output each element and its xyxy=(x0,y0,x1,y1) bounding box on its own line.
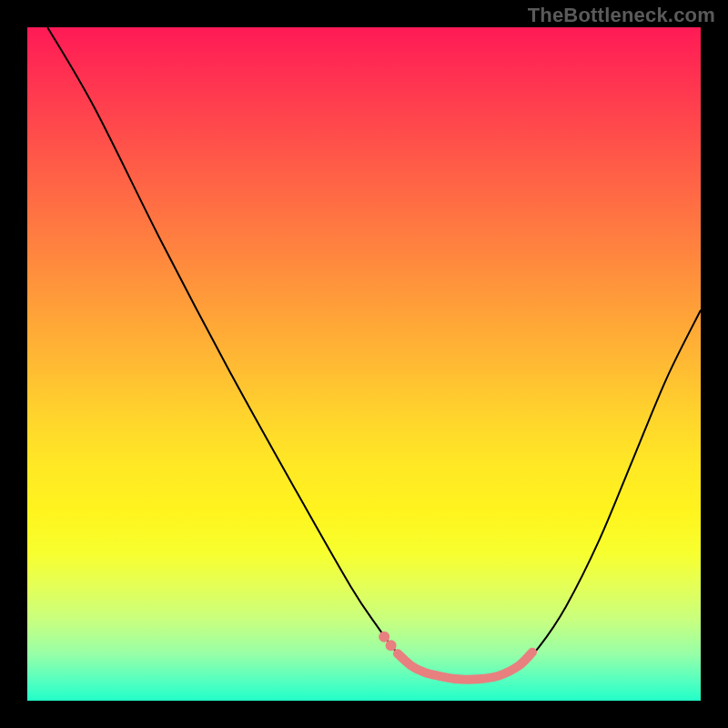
optimal-range-highlight xyxy=(398,652,532,680)
watermark-text: TheBottleneck.com xyxy=(528,4,715,27)
bottleneck-curve xyxy=(47,27,701,681)
chart-area xyxy=(27,27,701,701)
highlight-dot xyxy=(386,640,397,651)
chart-svg xyxy=(27,27,701,701)
highlight-dot xyxy=(379,632,389,642)
